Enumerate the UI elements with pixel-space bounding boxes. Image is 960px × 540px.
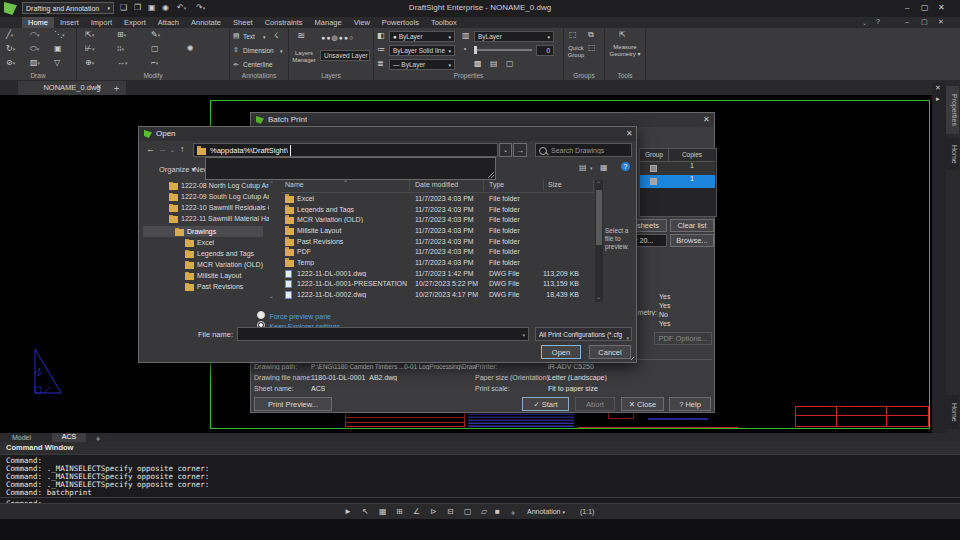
pdf-options-button[interactable]: PDF Options... [654,332,712,345]
erase-tool-icon[interactable]: ✎▾ [151,31,160,39]
scroll-up-icon[interactable]: ⌃ [596,180,601,187]
column-type[interactable]: Type [489,181,504,188]
group-edit-icon[interactable]: ⧉ [588,31,594,39]
linestyle-icon[interactable]: ≔ [377,46,385,54]
doc-minimize-icon[interactable]: – [905,18,909,25]
scale-tool-icon[interactable]: ⊕▾ [85,59,94,67]
polygon-tool-icon[interactable]: ▽ [54,59,60,67]
ellipse-tool-icon[interactable]: ⬭▾ [30,45,39,53]
prop-clear-icon[interactable]: ▢ [506,60,514,68]
quick-group-label[interactable]: Quick Group [564,45,588,59]
close-button[interactable]: ✕ Close [621,397,664,411]
panel-resize-grip[interactable] [488,172,494,178]
file-row[interactable]: 1222-11-DL-0001-PRESENTATION.dwg10/27/20… [281,280,597,290]
lineweight-toggle-icon[interactable]: ▱ [481,507,487,516]
tab-manage[interactable]: Manage [309,17,348,28]
scrollbar-thumb[interactable] [596,190,602,245]
file-row[interactable]: Temp11/7/2023 4:03 PMFile folder [281,259,597,269]
prop-match-icon[interactable]: ▤ [490,60,498,68]
stretch-tool-icon[interactable]: ⁞⁞▾ [117,45,124,53]
ribbon-collapse-icon[interactable]: ⌄ [862,19,867,26]
etrack-icon[interactable]: ⊟ [447,507,454,516]
file-row[interactable]: Past Revisions11/7/2023 4:03 PMFile fold… [281,238,597,248]
restore-icon[interactable]: ▢ [921,3,929,12]
column-header-copies[interactable]: Copies [669,149,715,162]
start-button[interactable]: ✓ Start [522,397,569,411]
dock-tab-home-top[interactable]: Home [946,138,959,170]
file-row[interactable]: Millsite Layout11/7/2023 4:03 PMFile fol… [281,227,597,237]
measure-icon[interactable]: ⇱ [619,31,626,39]
linecolor-icon[interactable]: ◧ [377,32,385,40]
address-go-button[interactable]: → [513,143,527,157]
print-preview-button[interactable]: Print Preview... [254,397,332,411]
dim-caret-icon[interactable]: ▾ [280,47,283,55]
file-type-filter[interactable]: All Print Configurations (*.cfg▾ [535,327,632,341]
tab-annotate[interactable]: Annotate [185,17,227,28]
tree-item[interactable]: Legends and Tags [185,250,273,260]
dimension-tool-icon[interactable]: ⇳ [233,46,239,54]
layers-manager-icon[interactable]: ≋ [297,32,305,40]
pattern-tool-icon[interactable]: ⊞▾ [117,31,126,39]
scroll-down-icon[interactable]: ⌄ [596,293,601,300]
view-mode-caret-icon[interactable]: ▾ [590,165,593,171]
clear-list-button[interactable]: Clear list [670,219,714,232]
tab-attach[interactable]: Attach [152,17,185,28]
cancel-button[interactable]: Cancel [589,345,631,359]
preview-icon[interactable]: ◉ [162,4,169,12]
tree-item[interactable]: 1222-09 South Log Cutup Area C [169,193,269,203]
view-mode-icon[interactable]: ▤ [579,163,587,172]
rotate-tool-icon[interactable]: ⌐▾ [151,59,158,67]
dimension-tool-label[interactable]: Dimension [243,47,274,54]
open-file-icon[interactable]: ❐ [134,4,141,12]
tab-constraints[interactable]: Constraints [259,17,309,28]
fill-toggle-icon[interactable]: ■ [495,507,500,516]
tree-item[interactable]: 1222-10 Sawmill Residuals Contr [169,204,269,214]
search-box[interactable]: Search Drawings [535,143,632,157]
new-file-icon[interactable]: ❏ [120,4,127,12]
tree-item[interactable]: Past Revisions [185,283,273,293]
polar-icon[interactable]: ∠ [413,507,420,516]
column-date-modified[interactable]: Date modified [415,181,458,188]
prop-paint-icon[interactable]: ▩ [474,60,482,68]
arc-tool-icon[interactable]: ◠▾ [30,31,40,39]
point-tool-icon[interactable]: ⋱▾ [54,31,65,39]
transparency-icon[interactable]: ◔ [462,46,467,54]
fillet-tool-icon[interactable]: ▢ [151,45,159,53]
sheet-row-1-checkbox[interactable] [650,165,657,172]
save-icon[interactable]: ▣ [148,4,156,12]
dashed-box-icon[interactable]: ▢ [464,507,472,516]
layer-color-dots-icon[interactable]: ●●◍●●○ [321,34,354,42]
sheet-tab-acs-active[interactable]: ACS [52,433,86,442]
layers-manager-label[interactable]: Layers Manager [290,50,318,64]
nav-forward-icon[interactable]: → [158,144,167,154]
tree-item[interactable]: 1222-11 Sawmill Material Handli [169,215,269,225]
dock-tab-home-bottom[interactable]: Home [946,395,959,429]
grid-icon[interactable]: ▦ [379,507,387,516]
tree-item[interactable]: Excel [185,239,273,249]
linecolor-select[interactable]: ● ByLayer ▾ [389,31,455,42]
sheet-tab-model[interactable]: Model [12,434,31,441]
tab-insert[interactable]: Insert [54,17,85,28]
group-create-icon[interactable]: ⬚ [569,31,577,39]
mirror-tool-icon[interactable]: ↔▾ [117,59,128,67]
sheet-row-1-copies[interactable]: 1 [669,162,715,169]
crosshair-icon[interactable]: ＋ [509,507,517,518]
ortho-icon[interactable]: ⊞ [396,507,403,516]
tab-home[interactable]: Home [22,17,54,28]
transparency-slider-handle[interactable] [474,46,477,54]
lineweight-icon[interactable]: ≣ [377,60,384,68]
sheet-row-2-copies[interactable]: 1 [669,175,715,182]
tab-view[interactable]: View [348,17,376,28]
rectangle-tool-icon[interactable]: ▣ [54,45,62,53]
tree-item-drawings-selected[interactable]: Drawings [175,228,270,238]
centerline-tool-label[interactable]: Centerline [243,61,273,68]
line-tool-icon[interactable]: ╱▾ [6,31,13,39]
document-tab[interactable]: NONAME_0.dwg [18,81,126,95]
tab-toolbox[interactable]: Toolbox [425,17,463,28]
trim-tool-icon[interactable]: ⊬▾ [85,45,94,53]
esnap-icon[interactable]: ⊳ [430,507,437,516]
batch-print-close-icon[interactable]: ✕ [703,115,710,124]
centerline-tool-icon[interactable]: ⌯ [233,60,239,68]
hatch-tool-icon[interactable]: ▨▾ [30,59,40,67]
file-row[interactable]: Legends and Tags11/7/2023 4:03 PMFile fo… [281,206,597,216]
